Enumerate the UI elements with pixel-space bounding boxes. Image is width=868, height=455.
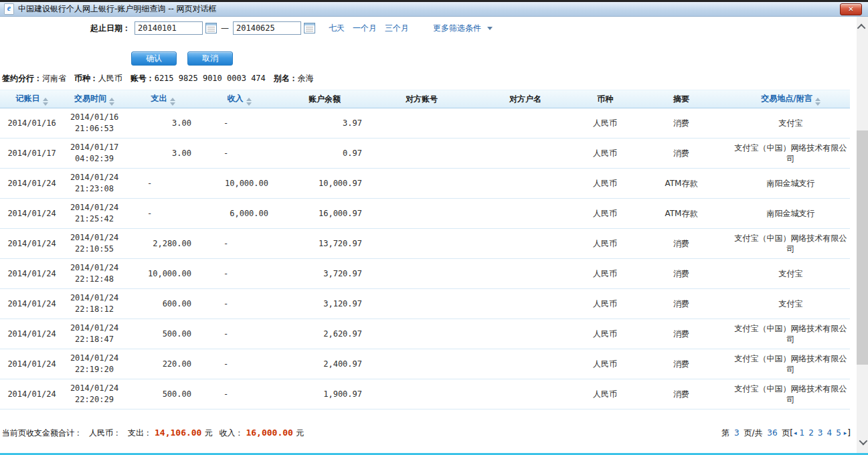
column-header-place[interactable]: 交易地点/附言: [731, 90, 850, 108]
scrollbar-thumb[interactable]: [857, 130, 868, 365]
sort-icon: [43, 98, 48, 106]
table-row: 2014/01/24 2014/01/24 22:19:20 220.00 - …: [0, 349, 850, 379]
cell-counter-account: [371, 169, 472, 199]
totals-prefix: 当前页收支金额合计：: [2, 428, 82, 438]
cancel-button[interactable]: 取消: [187, 52, 233, 66]
prev-page-icon[interactable]: ◂: [794, 430, 797, 436]
column-header-balance: 账户余额: [278, 90, 371, 108]
cell-currency: 人民币: [579, 379, 631, 410]
cell-balance: 2,620.97: [278, 319, 371, 349]
close-button[interactable]: ✕: [840, 3, 862, 15]
sort-icon: [170, 98, 175, 106]
sort-icon: [815, 98, 820, 106]
column-header-currency: 币种: [579, 90, 631, 108]
cell-summary: 消费: [631, 379, 731, 410]
action-buttons: 确认 取消: [131, 52, 233, 66]
cell-counter-name: [472, 108, 579, 139]
cell-currency: 人民币: [579, 139, 631, 169]
calendar-icon[interactable]: [205, 23, 217, 33]
cell-out: -: [125, 199, 201, 229]
cell-place: 支付宝（中国）网络技术有限公司: [731, 319, 850, 349]
end-date-input[interactable]: [233, 21, 301, 35]
vertical-scrollbar[interactable]: [857, 17, 868, 453]
cell-currency: 人民币: [579, 289, 631, 319]
next-page-icon[interactable]: ▸: [844, 430, 847, 436]
txn-date-line: 2014/01/24: [64, 202, 125, 213]
chevron-down-icon: [487, 27, 493, 30]
cell-out: 2,280.00: [125, 229, 201, 259]
cell-in: 10,000.00: [201, 169, 278, 199]
cell-currency: 人民币: [579, 259, 631, 289]
txn-time-line: 22:20:29: [64, 394, 125, 405]
table-row: 2014/01/24 2014/01/24 21:23:08 - 10,000.…: [0, 169, 850, 199]
page-link-3[interactable]: 3: [818, 428, 823, 438]
confirm-button[interactable]: 确认: [131, 52, 177, 66]
column-header-post-date[interactable]: 记账日: [0, 90, 64, 108]
cell-place: 南阳金城支行: [731, 169, 850, 199]
cell-counter-account: [371, 379, 472, 410]
range-link-3months[interactable]: 三个月: [385, 23, 409, 34]
cell-counter-account: [371, 108, 472, 139]
pagination: 第 3 页/共 36 页[◂12345▸]: [721, 425, 851, 441]
cell-post-date: 2014/01/16: [0, 108, 64, 139]
cell-post-date: 2014/01/24: [0, 319, 64, 349]
calendar-icon[interactable]: [304, 23, 315, 33]
scroll-up-button[interactable]: [857, 21, 868, 33]
date-range-label: 起止日期：: [90, 23, 131, 34]
txn-date-line: 2014/01/24: [64, 383, 125, 394]
txn-time-line: 22:18:12: [64, 304, 125, 315]
account-info: 签约分行：河南省 币种：人民币 账号：6215 9825 9010 0003 4…: [2, 73, 314, 84]
page-totals: 当前页收支金额合计：人民币：支出：14,106.00元收入：16,000.00元: [2, 425, 304, 441]
cell-summary: 消费: [631, 289, 731, 319]
column-header-in[interactable]: 收入: [201, 90, 278, 108]
account-number-label: 账号：: [131, 74, 155, 83]
cell-post-date: 2014/01/24: [0, 379, 64, 410]
cell-txn-time: 2014/01/24 22:20:29: [64, 379, 125, 410]
cell-summary: ATM存款: [631, 169, 731, 199]
cell-balance: 16,000.97: [278, 199, 371, 229]
chevron-down-icon: [859, 436, 868, 445]
table-row: 2014/01/24 2014/01/24 22:10:55 2,280.00 …: [0, 229, 850, 259]
total-pages-number: 36: [767, 428, 777, 438]
txn-date-line: 2014/01/16: [64, 112, 125, 123]
date-range-dash: —: [221, 23, 229, 33]
cell-txn-time: 2014/01/24 22:18:12: [64, 289, 125, 319]
start-date-input[interactable]: [135, 21, 203, 35]
cell-post-date: 2014/01/24: [0, 289, 64, 319]
page-link-5[interactable]: 5: [836, 428, 841, 438]
current-page-number: 3: [734, 428, 740, 438]
cell-summary: 消费: [631, 229, 731, 259]
cell-balance: 10,000.97: [278, 169, 371, 199]
branch-label: 签约分行：: [2, 74, 42, 83]
cell-counter-name: [472, 319, 579, 349]
range-link-1month[interactable]: 一个月: [353, 23, 377, 34]
cell-summary: ATM存款: [631, 199, 731, 229]
cell-counter-name: [472, 139, 579, 169]
chevron-up-icon: [857, 23, 866, 32]
page-link-1[interactable]: 1: [800, 428, 805, 438]
txn-time-line: 21:06:53: [64, 123, 125, 134]
page-link-2[interactable]: 2: [808, 428, 814, 438]
cell-txn-time: 2014/01/17 04:02:39: [64, 139, 125, 169]
range-link-7days[interactable]: 七天: [329, 23, 345, 34]
txn-time-line: 22:19:20: [64, 364, 125, 375]
totals-in-label: 收入：: [219, 428, 243, 438]
column-header-txn-time[interactable]: 交易时间: [64, 90, 125, 108]
branch-value: 河南省: [42, 74, 66, 83]
scroll-down-button[interactable]: [857, 436, 868, 448]
cell-place: 支付宝: [731, 289, 850, 319]
txn-date-line: 2014/01/24: [64, 262, 125, 274]
more-filters-dropdown[interactable]: 更多筛选条件: [433, 23, 493, 34]
cell-out: 10,000.00: [125, 259, 201, 289]
cell-in: 6,000.00: [201, 199, 278, 229]
txn-time-line: 21:23:08: [64, 183, 125, 195]
cell-counter-name: [472, 349, 579, 379]
column-header-out[interactable]: 支出: [125, 90, 201, 108]
cell-balance: 13,720.97: [278, 229, 371, 259]
totals-out-amount: 14,106.00: [155, 428, 201, 438]
cell-place: 支付宝（中国）网络技术有限公司: [731, 229, 850, 259]
cell-post-date: 2014/01/24: [0, 229, 64, 259]
cell-in: -: [201, 349, 278, 379]
cell-counter-name: [472, 169, 579, 199]
page-link-4[interactable]: 4: [827, 428, 833, 438]
